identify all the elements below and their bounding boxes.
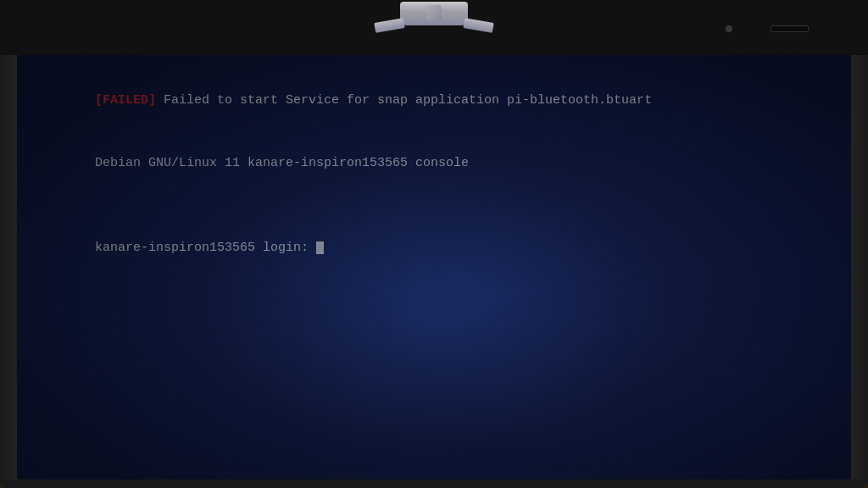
login-prompt-text: kanare-inspiron153565 login: <box>95 241 316 255</box>
terminal-line-info: Debian GNU/Linux 11 kanare-inspiron15356… <box>34 133 834 194</box>
terminal-line-empty <box>34 196 834 216</box>
terminal-line-failed: [FAILED] Failed to start Service for sna… <box>34 70 834 131</box>
hinge-arm-left <box>374 18 405 33</box>
failed-badge: [FAILED] <box>95 93 156 108</box>
webcam-dot <box>726 25 732 32</box>
hinge-clip <box>400 2 468 25</box>
debian-info-text: Debian GNU/Linux 11 kanare-inspiron15356… <box>95 156 469 170</box>
terminal-line-login[interactable]: kanare-inspiron153565 login: <box>34 218 834 279</box>
right-panel <box>851 55 868 480</box>
laptop-bezel: [FAILED] Failed to start Service for sna… <box>0 0 868 488</box>
card-slot <box>771 25 809 32</box>
terminal-cursor <box>316 241 324 254</box>
failed-text: Failed to start Service for snap applica… <box>156 93 652 108</box>
terminal: [FAILED] Failed to start Service for sna… <box>17 55 851 480</box>
hinge-arm-right <box>463 18 494 33</box>
left-panel <box>0 55 17 480</box>
hinge-area <box>400 2 468 25</box>
laptop-screen: [FAILED] Failed to start Service for sna… <box>17 55 851 480</box>
